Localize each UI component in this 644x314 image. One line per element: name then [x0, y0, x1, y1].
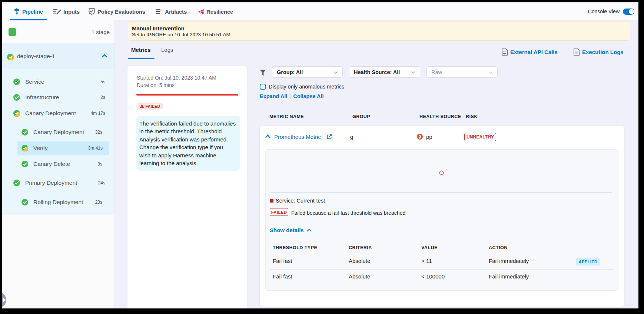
svg-text:API: API	[502, 52, 507, 55]
